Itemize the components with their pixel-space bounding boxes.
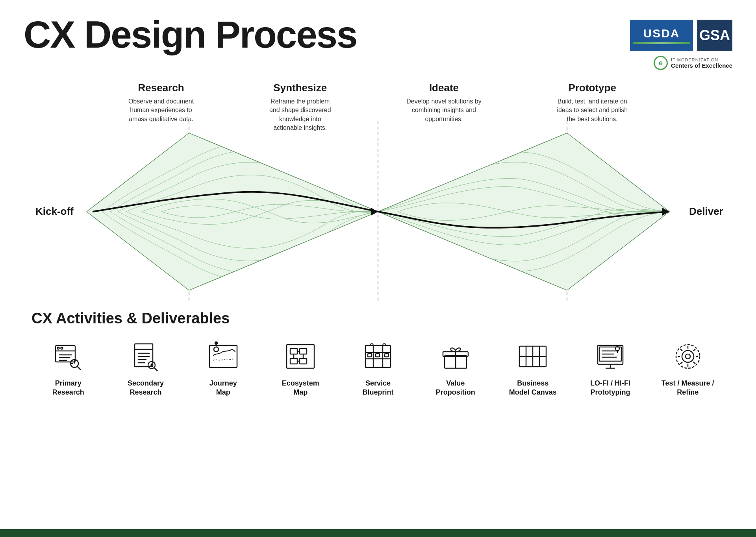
svg-rect-9	[56, 345, 75, 362]
coe-logo: e IT MODERNIZATION Centers of Excellence	[654, 56, 732, 70]
coe-line1: IT MODERNIZATION	[671, 57, 732, 62]
phase-ideate-label: Ideate	[406, 82, 481, 94]
value-proposition-label: ValueProposition	[436, 379, 475, 397]
coe-line2: Centers of Excellence	[671, 62, 732, 69]
gsa-logo: GSA	[697, 20, 732, 51]
svg-line-17	[77, 366, 81, 370]
svg-rect-35	[290, 349, 297, 354]
ecosystem-map-label: EcosystemMap	[282, 379, 319, 397]
primary-research-icon	[50, 339, 86, 374]
svg-marker-6	[378, 133, 669, 290]
svg-marker-5	[87, 133, 378, 290]
business-model-canvas-label: BusinessModel Canvas	[509, 379, 557, 397]
service-blueprint-label: ServiceBlueprint	[363, 379, 394, 397]
kickoff-text: Kick-off	[35, 205, 74, 217]
page-title: CX Design Process	[24, 16, 357, 54]
activity-business-model-canvas: BusinessModel Canvas	[496, 339, 570, 397]
svg-point-70	[686, 354, 690, 359]
phase-research-label: Research	[128, 82, 194, 94]
svg-line-75	[680, 349, 682, 351]
bottom-bar	[0, 529, 756, 537]
svg-marker-7	[371, 208, 378, 216]
secondary-research-icon	[128, 339, 163, 374]
phase-prototype-label: Prototype	[557, 82, 628, 94]
activities-title: CX Activities & Deliverables	[32, 310, 724, 327]
business-model-canvas-icon	[515, 339, 550, 374]
test-measure-refine-label: Test / Measure /Refine	[662, 379, 714, 397]
svg-point-33	[215, 342, 217, 344]
svg-rect-48	[368, 354, 372, 357]
activity-ecosystem-map: EcosystemMap	[264, 339, 337, 397]
svg-rect-38	[300, 358, 307, 364]
svg-line-27	[154, 368, 158, 371]
main-diagram-svg: Kick-off Deliver	[24, 121, 732, 302]
test-measure-refine-icon	[670, 339, 706, 374]
activity-journey-map: JourneyMap	[186, 339, 260, 397]
value-proposition-icon	[438, 339, 473, 374]
activity-service-blueprint: ServiceBlueprint	[341, 339, 415, 397]
primary-research-label: PrimaryResearch	[52, 379, 84, 397]
secondary-research-label: SecondaryResearch	[128, 379, 164, 397]
svg-rect-36	[300, 349, 307, 354]
activity-value-proposition: ValueProposition	[419, 339, 492, 397]
gsa-text: GSA	[699, 27, 730, 44]
svg-point-11	[57, 347, 59, 349]
svg-rect-37	[290, 358, 297, 364]
journey-map-icon	[206, 339, 241, 374]
svg-rect-49	[376, 354, 380, 357]
deliver-text: Deliver	[689, 205, 723, 217]
svg-line-76	[693, 362, 695, 364]
activity-secondary-research: SecondaryResearch	[109, 339, 183, 397]
usda-logo: USDA	[630, 20, 693, 51]
activity-lofi-hifi: LO-FI / HI-FIPrototyping	[574, 339, 647, 397]
phase-prototype-desc: Build, test, and iterate onideas to sele…	[557, 97, 628, 124]
svg-rect-50	[385, 354, 389, 357]
svg-line-77	[680, 362, 682, 364]
svg-point-31	[214, 347, 219, 352]
svg-line-78	[693, 349, 695, 351]
lofi-hifi-label: LO-FI / HI-FIPrototyping	[590, 379, 630, 397]
svg-point-12	[61, 347, 63, 349]
lofi-hifi-icon	[593, 339, 628, 374]
usda-text: USDA	[643, 27, 680, 40]
activities-section: CX Activities & Deliverables	[24, 310, 732, 397]
phase-research-desc: Observe and documenthuman experiences to…	[128, 97, 194, 124]
activity-primary-research: PrimaryResearch	[32, 339, 105, 397]
svg-rect-20	[135, 344, 153, 367]
svg-point-69	[682, 351, 694, 362]
ecosystem-map-icon	[283, 339, 318, 374]
header: CX Design Process USDA GSA e IT MODERNIZ…	[24, 16, 732, 70]
logo-area: USDA GSA e IT MODERNIZATION Centers of E…	[630, 20, 732, 70]
phase-ideate-desc: Develop novel solutions bycombining insi…	[406, 97, 481, 124]
phase-synthesize-label: Synthesize	[269, 82, 331, 94]
coe-text: IT MODERNIZATION Centers of Excellence	[671, 57, 732, 69]
diagram-section: Research Observe and documenthuman exper…	[24, 82, 732, 302]
activity-test-measure-refine: Test / Measure /Refine	[651, 339, 724, 397]
service-blueprint-icon	[360, 339, 396, 374]
coe-icon-circle: e	[654, 56, 668, 70]
journey-map-label: JourneyMap	[209, 379, 237, 397]
usda-bar	[633, 42, 690, 44]
activities-grid: PrimaryResearch	[32, 339, 724, 397]
